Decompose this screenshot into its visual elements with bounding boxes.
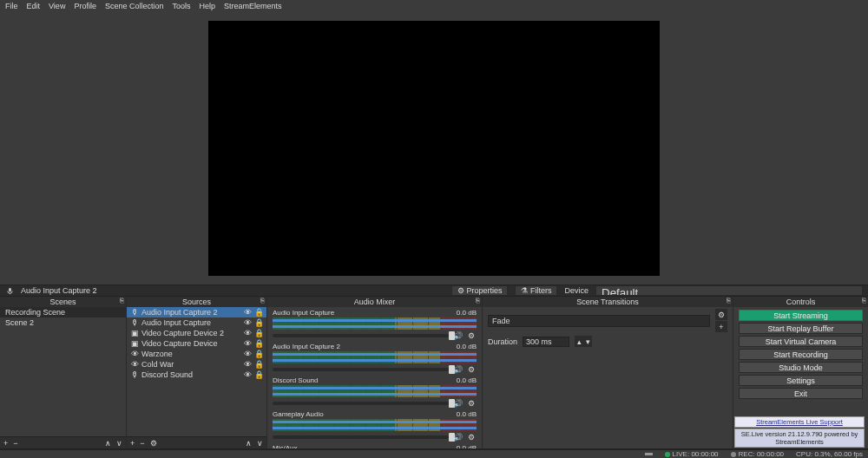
scene-up-button[interactable]: ∧: [105, 439, 111, 448]
duration-up-button[interactable]: ▴: [575, 336, 583, 347]
source-context-bar: Audio Input Capture 2 ⚙ Properties ⚗ Fil…: [0, 285, 868, 297]
visibility-toggle[interactable]: 👁: [243, 370, 252, 379]
add-source-button[interactable]: +: [130, 439, 135, 448]
source-item[interactable]: 🎙Discord Sound👁🔒: [127, 370, 266, 380]
start-replay-buffer-button[interactable]: Start Replay Buffer: [739, 323, 863, 334]
menu-profile[interactable]: Profile: [74, 2, 96, 10]
duration-input[interactable]: [523, 337, 569, 347]
visibility-toggle[interactable]: 👁: [243, 360, 252, 369]
scenes-panel: Scenes ⎘ Recording SceneScene 2 + − ∧ ∨: [0, 297, 127, 448]
eye-icon: 👁: [130, 350, 139, 358]
start-virtual-camera-button[interactable]: Start Virtual Camera: [739, 336, 863, 347]
vu-meter: [273, 419, 477, 431]
filter-icon: ⚗: [521, 286, 528, 295]
channel-settings-button[interactable]: ⚙: [466, 432, 477, 442]
transition-add-button[interactable]: +: [715, 321, 727, 332]
source-name: Video Capture Device 2: [141, 329, 240, 337]
menu-tools[interactable]: Tools: [172, 2, 190, 10]
visibility-toggle[interactable]: 👁: [243, 329, 252, 337]
source-item[interactable]: 👁Warzone👁🔒: [127, 349, 266, 359]
mic-icon: [5, 286, 14, 295]
scene-down-button[interactable]: ∨: [116, 439, 122, 448]
transition-select[interactable]: Fade: [488, 315, 710, 327]
mic-icon: 🎙: [130, 318, 139, 327]
channel-settings-button[interactable]: ⚙: [466, 364, 477, 375]
source-item[interactable]: 🎙Audio Input Capture👁🔒: [127, 317, 266, 328]
source-item[interactable]: ▣Video Capture Device👁🔒: [127, 338, 266, 349]
menu-streamelements[interactable]: StreamElements: [224, 2, 282, 10]
channel-settings-button[interactable]: ⚙: [466, 330, 477, 341]
studio-mode-button[interactable]: Studio Mode: [739, 362, 863, 373]
dock-icon[interactable]: ⎘: [260, 297, 265, 304]
scene-item[interactable]: Scene 2: [0, 317, 126, 328]
start-streaming-button[interactable]: Start Streaming: [739, 310, 863, 321]
live-time: 00:00:00: [691, 450, 718, 458]
sources-panel: Sources ⎘ 🎙Audio Input Capture 2👁🔒🎙Audio…: [127, 297, 267, 448]
cam-icon: ▣: [130, 329, 139, 337]
add-scene-button[interactable]: +: [3, 439, 8, 448]
source-settings-button[interactable]: ⚙: [150, 439, 157, 448]
lock-toggle[interactable]: 🔒: [254, 318, 263, 327]
source-item[interactable]: ▣Video Capture Device 2👁🔒: [127, 328, 266, 338]
volume-slider[interactable]: [273, 334, 449, 337]
menu-file[interactable]: File: [5, 2, 18, 10]
menu-view[interactable]: View: [49, 2, 65, 10]
duration-down-button[interactable]: ▾: [583, 336, 592, 347]
panels-row: Scenes ⎘ Recording SceneScene 2 + − ∧ ∨ …: [0, 297, 868, 449]
mic-icon: 🎙: [130, 308, 139, 317]
context-source-name: Audio Input Capture 2: [21, 286, 97, 295]
scene-transitions-panel: Scene Transitions ⎘ Fade ⚙ + Duration ▴: [483, 297, 733, 448]
remove-scene-button[interactable]: −: [13, 439, 17, 448]
mixer-channel: Discord Sound0.0 dB🔊⚙: [267, 375, 482, 409]
visibility-toggle[interactable]: 👁: [243, 350, 252, 358]
mixer-channel: Audio Input Capture0.0 dB🔊⚙: [267, 307, 482, 341]
dock-icon[interactable]: ⎘: [120, 297, 124, 304]
scene-item[interactable]: Recording Scene: [0, 307, 126, 317]
transition-settings-button[interactable]: ⚙: [715, 309, 727, 320]
volume-slider[interactable]: [273, 402, 449, 405]
exit-button[interactable]: Exit: [739, 388, 863, 399]
lock-toggle[interactable]: 🔒: [254, 370, 263, 379]
source-item[interactable]: 🎙Audio Input Capture 2👁🔒: [127, 307, 266, 317]
volume-slider[interactable]: [273, 368, 449, 371]
menu-scene-collection[interactable]: Scene Collection: [105, 2, 164, 10]
vu-meter: [273, 351, 477, 363]
channel-settings-button[interactable]: ⚙: [466, 398, 477, 409]
source-name: Video Capture Device: [141, 339, 240, 348]
cpu-fps: CPU: 0.3%, 60.00 fps: [796, 450, 863, 458]
support-link[interactable]: StreamElements Live Support: [734, 416, 865, 428]
lock-toggle[interactable]: 🔒: [254, 350, 263, 358]
filters-button[interactable]: ⚗ Filters: [515, 285, 557, 296]
dock-icon[interactable]: ⎘: [862, 297, 866, 304]
dock-icon[interactable]: ⎘: [476, 297, 480, 304]
live-indicator-icon: [665, 452, 670, 457]
gear-icon: ⚙: [457, 286, 464, 295]
source-item[interactable]: 👁Cold War👁🔒: [127, 359, 266, 370]
volume-slider[interactable]: [273, 435, 449, 439]
remove-source-button[interactable]: −: [140, 439, 144, 448]
source-down-button[interactable]: ∨: [257, 439, 263, 448]
settings-button[interactable]: Settings: [739, 375, 863, 386]
source-name: Warzone: [141, 350, 240, 358]
start-recording-button[interactable]: Start Recording: [739, 349, 863, 360]
preview-canvas[interactable]: [208, 21, 660, 276]
lock-toggle[interactable]: 🔒: [254, 360, 263, 369]
visibility-toggle[interactable]: 👁: [243, 339, 252, 348]
mixer-channel: Mic/Aux0.0 dB🔊⚙: [267, 442, 482, 448]
menu-edit[interactable]: Edit: [27, 2, 41, 10]
controls-header: Controls ⎘: [733, 297, 868, 307]
visibility-toggle[interactable]: 👁: [243, 308, 252, 317]
visibility-toggle[interactable]: 👁: [243, 318, 252, 327]
dock-icon[interactable]: ⎘: [727, 297, 731, 304]
channel-db: 0.0 dB: [457, 376, 477, 384]
device-select[interactable]: Default: [595, 285, 863, 296]
lock-toggle[interactable]: 🔒: [254, 329, 263, 337]
sources-header: Sources ⎘: [127, 297, 266, 307]
properties-button[interactable]: ⚙ Properties: [451, 285, 509, 296]
lock-toggle[interactable]: 🔒: [254, 339, 263, 348]
menu-help[interactable]: Help: [199, 2, 215, 10]
scene-transitions-header: Scene Transitions ⎘: [483, 297, 733, 307]
rec-time: 00:00:00: [757, 450, 784, 458]
lock-toggle[interactable]: 🔒: [254, 308, 263, 317]
source-up-button[interactable]: ∧: [246, 439, 252, 448]
